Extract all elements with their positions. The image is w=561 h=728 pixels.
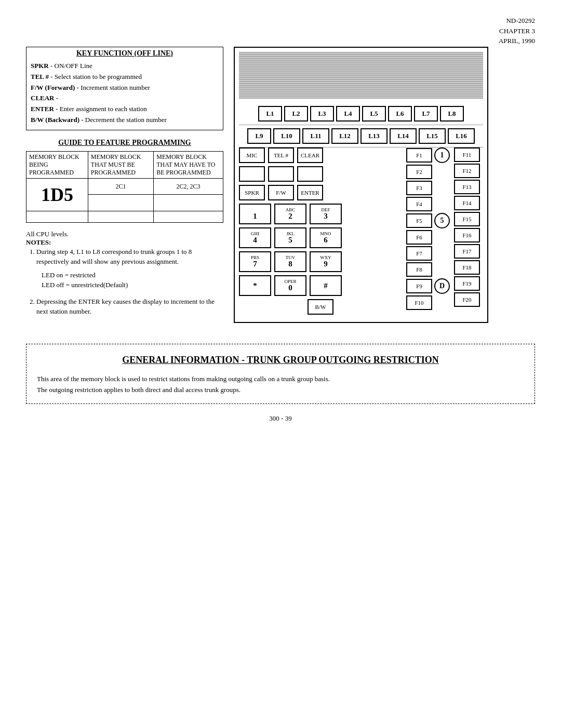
key-hash[interactable]: # xyxy=(310,275,342,296)
led-off-text: LED off = unrestricted(Default) xyxy=(42,280,223,290)
f1-button[interactable]: F1 xyxy=(406,148,432,163)
keypad-row-1: 1 ABC 2 DEF 3 xyxy=(239,204,402,224)
key-6[interactable]: MNO 6 xyxy=(310,227,342,248)
f7-button[interactable]: F7 xyxy=(406,246,432,261)
l16-button[interactable]: L16 xyxy=(448,128,475,144)
key-function-title: KEY FUNCTION (OFF LINE) xyxy=(31,49,219,58)
clear-button[interactable]: CLEAR xyxy=(297,147,323,163)
f5-button[interactable]: F5 xyxy=(406,213,432,228)
f6-button[interactable]: F6 xyxy=(406,230,432,245)
circle-5-button[interactable]: 5 xyxy=(434,213,450,228)
fw-button[interactable]: F/W xyxy=(268,185,294,200)
f9-button[interactable]: F9 xyxy=(406,279,432,293)
key-7[interactable]: PRS 7 xyxy=(239,251,271,272)
f20-button[interactable]: F20 xyxy=(454,292,480,307)
l7-button[interactable]: L7 xyxy=(414,106,438,122)
guide-empty4 xyxy=(88,211,153,222)
l5-button[interactable]: L5 xyxy=(362,106,386,122)
keypad-row-3: PRS 7 TUV 8 WXY 9 xyxy=(239,251,402,272)
keypad-row-2: GHI 4 JKL 5 MNO 6 xyxy=(239,227,402,248)
circle-d-button[interactable]: D xyxy=(434,278,450,294)
f4-button[interactable]: F4 xyxy=(406,197,432,211)
key-function-item-spkr: SPKR - ON/OFF Line xyxy=(31,61,219,72)
spkr-row: SPKR F/W ENTER xyxy=(239,185,402,200)
f1-group: F1 1 xyxy=(406,147,450,163)
f9-group: F9 D xyxy=(406,278,450,294)
bottom-info-text2: The outgoing restriction applies to both… xyxy=(37,385,524,396)
key-function-box: KEY FUNCTION (OFF LINE) SPKR - ON/OFF Li… xyxy=(26,47,223,130)
guide-table: MEMORY BLOCK BEING PROGRAMMED MEMORY BLO… xyxy=(26,151,223,223)
l-row-2: L9 L10 L11 L12 L13 L14 L15 L16 xyxy=(235,125,487,147)
tel-button[interactable]: TEL # xyxy=(268,147,294,163)
l3-button[interactable]: L3 xyxy=(310,106,334,122)
blank2 xyxy=(268,166,294,182)
blank-row1 xyxy=(239,166,402,182)
guide-title: GUIDE TO FEATURE PROGRAMMING xyxy=(26,139,223,147)
notes-header: NOTES: xyxy=(26,238,223,247)
guide-empty5 xyxy=(154,211,223,222)
f2-button[interactable]: F2 xyxy=(406,165,432,179)
right-column: L1 L2 L3 L4 L5 L6 L7 L8 L9 L10 L11 L12 L… xyxy=(234,47,535,323)
note-1-indent: LED on = restricted LED off = unrestrict… xyxy=(42,270,223,290)
chapter: CHAPTER 3 xyxy=(499,26,535,36)
key-8[interactable]: TUV 8 xyxy=(274,251,306,272)
l12-button[interactable]: L12 xyxy=(331,128,358,144)
key-star[interactable]: * xyxy=(239,275,271,296)
spkr-button[interactable]: SPKR xyxy=(239,185,265,200)
f19-button[interactable]: F19 xyxy=(454,276,480,291)
key-2[interactable]: ABC 2 xyxy=(274,204,306,224)
l2-button[interactable]: L2 xyxy=(284,106,308,122)
f8-button[interactable]: F8 xyxy=(406,262,432,277)
guide-empty2 xyxy=(154,195,223,211)
f3-button[interactable]: F3 xyxy=(406,181,432,195)
l15-button[interactable]: L15 xyxy=(419,128,446,144)
guide-empty3 xyxy=(26,211,88,222)
key-4[interactable]: GHI 4 xyxy=(239,227,271,248)
f11-button[interactable]: F11 xyxy=(454,147,480,162)
guide-val1: 2C1 xyxy=(88,178,153,195)
note-2: Depressing the ENTER key causes the disp… xyxy=(36,296,223,317)
f14-button[interactable]: F14 xyxy=(454,196,480,210)
l1-button[interactable]: L1 xyxy=(258,106,282,122)
f17-button[interactable]: F17 xyxy=(454,244,480,259)
enter-button[interactable]: ENTER xyxy=(297,185,323,200)
l8-button[interactable]: L8 xyxy=(440,106,464,122)
l6-button[interactable]: L6 xyxy=(388,106,412,122)
bw-button[interactable]: B/W xyxy=(308,299,333,315)
f10-button[interactable]: F10 xyxy=(406,295,432,310)
l9-button[interactable]: L9 xyxy=(247,128,271,144)
gray-pattern-display xyxy=(239,52,483,99)
key-9[interactable]: WXY 9 xyxy=(310,251,342,272)
f5-group: F5 5 xyxy=(406,213,450,228)
left-column: KEY FUNCTION (OFF LINE) SPKR - ON/OFF Li… xyxy=(26,47,223,323)
keypad-main: MIC TEL # CLEAR SPKR xyxy=(239,147,402,318)
key-5[interactable]: JKL 5 xyxy=(274,227,306,248)
led-on-text: LED on = restricted xyxy=(42,270,223,280)
keypad-row-4: * OPER 0 # xyxy=(239,275,402,296)
bottom-info-title: GENERAL INFORMATION - TRUNK GROUP OUTGOI… xyxy=(37,353,524,368)
l11-button[interactable]: L11 xyxy=(302,128,329,144)
bottom-info-box: GENERAL INFORMATION - TRUNK GROUP OUTGOI… xyxy=(26,344,535,404)
f16-button[interactable]: F16 xyxy=(454,228,480,242)
key-1[interactable]: 1 xyxy=(239,204,271,224)
key-function-item-clear: CLEAR - xyxy=(31,93,219,104)
header-block: ND-20292 CHAPTER 3 APRIL, 1990 xyxy=(499,16,535,46)
key-0[interactable]: OPER 0 xyxy=(274,275,306,296)
l4-button[interactable]: L4 xyxy=(336,106,360,122)
guide-col1-header: MEMORY BLOCK BEING PROGRAMMED xyxy=(26,151,88,178)
l14-button[interactable]: L14 xyxy=(390,128,417,144)
notes-cpu-level: All CPU levels. xyxy=(26,230,223,238)
mic-button[interactable]: MIC xyxy=(239,147,265,163)
bw-row: B/W xyxy=(239,299,402,315)
doc-number: ND-20292 xyxy=(499,16,535,26)
f12-button[interactable]: F12 xyxy=(454,164,480,178)
key-3[interactable]: DEF 3 xyxy=(310,204,342,224)
f13-button[interactable]: F13 xyxy=(454,180,480,194)
l10-button[interactable]: L10 xyxy=(273,128,300,144)
f15-button[interactable]: F15 xyxy=(454,212,480,226)
f18-button[interactable]: F18 xyxy=(454,260,480,275)
circle-1-button[interactable]: 1 xyxy=(434,147,450,163)
blank1 xyxy=(239,166,265,182)
l13-button[interactable]: L13 xyxy=(360,128,388,144)
f-right-col: F11 F12 F13 F14 F15 F16 F17 F18 F19 F20 xyxy=(454,147,483,318)
